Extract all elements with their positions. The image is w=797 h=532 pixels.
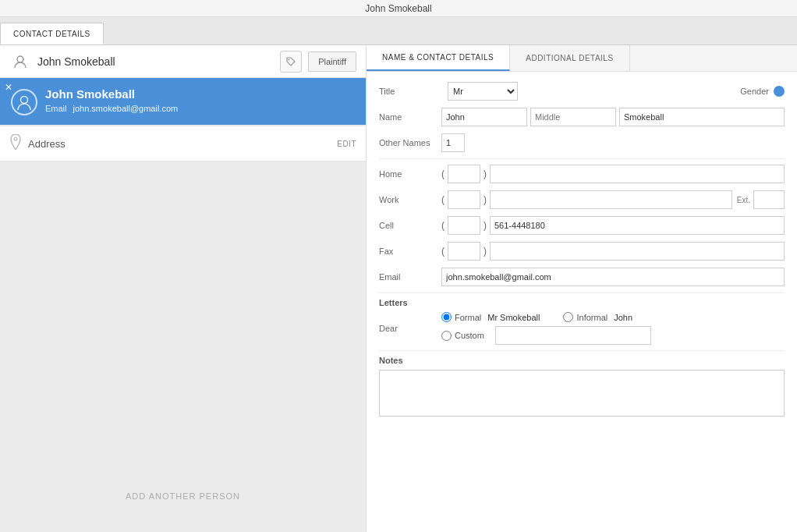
home-label: Home (379, 169, 441, 179)
address-edit-button[interactable]: EDIT (337, 140, 356, 148)
left-panel: John Smokeball Plaintiff ✕ (0, 45, 367, 532)
contact-header: John Smokeball Plaintiff (0, 45, 366, 78)
custom-radio[interactable] (441, 331, 452, 341)
person-email-row: Email john.smokeball@gmail.com (45, 104, 355, 113)
notes-header: Notes (379, 356, 785, 365)
tag-icon-button[interactable] (280, 51, 302, 73)
title-left: Title Mr Mrs Ms Dr (379, 82, 518, 101)
close-button[interactable]: ✕ (5, 83, 12, 92)
work-label: Work (379, 195, 441, 204)
location-icon (9, 134, 22, 153)
svg-point-3 (14, 137, 17, 140)
email-row: Email (379, 267, 785, 287)
work-phone-row: Work ( ) Ext. (379, 190, 785, 210)
tab-name-contact-details[interactable]: NAME & CONTACT DETAILS (367, 45, 510, 71)
last-name-input[interactable] (619, 108, 785, 126)
home-open-paren: ( (441, 168, 445, 179)
top-bar: John Smokeball (0, 0, 797, 17)
other-names-controls (441, 133, 785, 152)
middle-name-input[interactable] (530, 108, 616, 126)
informal-value: John (614, 313, 632, 322)
custom-group: Custom (441, 326, 651, 345)
gender-label: Gender (740, 87, 769, 96)
fax-label: Fax (379, 246, 441, 256)
letters-header: Letters (379, 298, 785, 307)
cell-label: Cell (379, 221, 441, 230)
formal-radio-item[interactable]: Formal Mr Smokeball (441, 312, 540, 322)
other-names-label: Other Names (379, 138, 441, 147)
work-close-paren: ) (484, 194, 487, 205)
custom-radio-item[interactable]: Custom (441, 331, 484, 341)
address-label: Address (28, 138, 331, 150)
person-name: John Smokeball (45, 87, 355, 101)
informal-radio[interactable] (563, 312, 573, 322)
email-label: Email (45, 104, 67, 113)
notes-textarea[interactable] (379, 370, 785, 417)
contact-details-tab[interactable]: CONTACT DETAILS (0, 23, 104, 44)
work-phone-controls: ( ) Ext. (441, 190, 785, 209)
add-another-person-button[interactable]: ADD ANOTHER PERSON (126, 491, 240, 501)
right-panel: NAME & CONTACT DETAILS ADDITIONAL DETAIL… (367, 45, 797, 532)
ext-label: Ext. (737, 196, 750, 204)
tab-additional-details[interactable]: ADDITIONAL DETAILS (510, 45, 629, 71)
cell-phone-controls: ( ) (441, 216, 785, 235)
title-select[interactable]: Mr Mrs Ms Dr (448, 82, 518, 101)
home-phone-controls: ( ) (441, 165, 785, 183)
divider-3 (379, 350, 785, 351)
informal-radio-item[interactable]: Informal John (563, 312, 632, 322)
dear-row: Dear Formal Mr Smokeball Informal John (379, 312, 785, 345)
dear-controls: Formal Mr Smokeball Informal John Custom (441, 312, 785, 345)
person-card-selected[interactable]: ✕ John Smokeball Email john.smokeball@gm… (0, 78, 366, 125)
home-close-paren: ) (484, 168, 487, 179)
person-card-inner: John Smokeball Email john.smokeball@gmai… (11, 87, 355, 115)
title-gender-row: Title Mr Mrs Ms Dr Gender (379, 81, 785, 101)
tab-bar: CONTACT DETAILS (0, 17, 797, 45)
fax-controls: ( ) (441, 242, 785, 261)
email-value: john.smokeball@gmail.com (73, 104, 179, 113)
formal-informal-group: Formal Mr Smokeball Informal John (441, 312, 632, 322)
informal-label: Informal (576, 313, 607, 322)
title-label: Title (379, 87, 441, 96)
address-section: Address EDIT (0, 126, 366, 161)
divider-2 (379, 293, 785, 293)
email-input[interactable] (441, 268, 785, 286)
fax-close-paren: ) (484, 246, 487, 257)
first-name-input[interactable] (441, 108, 527, 126)
plaintiff-button[interactable]: Plaintiff (308, 51, 356, 72)
cell-phone-input[interactable] (490, 216, 785, 235)
gender-radio-male[interactable] (774, 86, 785, 97)
formal-value: Mr Smokeball (487, 313, 540, 322)
svg-point-1 (289, 59, 290, 60)
person-icon (9, 51, 31, 73)
work-open-paren: ( (441, 194, 445, 205)
work-area-code-input[interactable] (448, 190, 480, 209)
other-names-input[interactable] (441, 133, 465, 152)
top-bar-title: John Smokeball (365, 3, 431, 14)
fax-row: Fax ( ) (379, 241, 785, 261)
fax-open-paren: ( (441, 246, 445, 257)
svg-point-2 (21, 97, 28, 104)
svg-point-0 (17, 56, 23, 62)
dear-label: Dear (379, 324, 441, 333)
email-controls (441, 268, 785, 286)
name-row: Name (379, 107, 785, 127)
email-field-label: Email (379, 272, 441, 282)
fax-area-code-input[interactable] (448, 242, 480, 261)
form-area: Title Mr Mrs Ms Dr Gender Name (367, 72, 797, 532)
cell-phone-row: Cell ( ) (379, 215, 785, 236)
home-phone-row: Home ( ) (379, 164, 785, 184)
custom-input[interactable] (495, 326, 651, 345)
name-controls (441, 108, 785, 126)
custom-label: Custom (455, 331, 484, 340)
cell-area-code-input[interactable] (448, 216, 480, 235)
other-names-row: Other Names (379, 133, 785, 153)
contact-header-name: John Smokeball (37, 55, 280, 68)
formal-radio[interactable] (441, 312, 452, 322)
home-area-code-input[interactable] (448, 165, 480, 183)
header-actions: Plaintiff (280, 51, 356, 73)
person-info: John Smokeball Email john.smokeball@gmai… (45, 87, 355, 113)
work-phone-input[interactable] (490, 190, 732, 209)
fax-phone-input[interactable] (490, 242, 785, 261)
work-ext-input[interactable] (753, 190, 785, 209)
home-phone-input[interactable] (490, 165, 785, 183)
